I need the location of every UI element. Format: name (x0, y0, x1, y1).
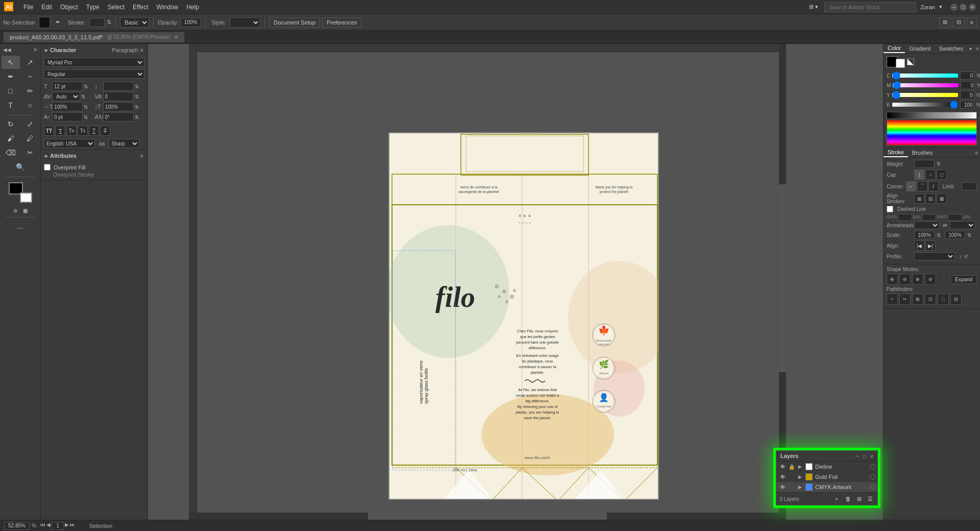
new-layer-button[interactable]: + (832, 495, 841, 503)
stroke-color-swatch[interactable] (20, 192, 32, 203)
menu-type[interactable]: Type (82, 0, 104, 14)
magenta-slider[interactable] (893, 83, 959, 87)
basic-style-dropdown[interactable]: Basic (120, 17, 149, 28)
paintbrush-tool[interactable]: 🖌 (2, 132, 20, 145)
menu-window[interactable]: Window (153, 0, 183, 14)
layers-make-button[interactable]: ☰ (866, 495, 874, 503)
square-cap-icon[interactable]: □ (937, 170, 947, 180)
kerning-stepper[interactable]: ⇅ (81, 94, 85, 100)
small-caps-button[interactable]: T̲ (55, 126, 65, 136)
style-dropdown[interactable] (230, 17, 260, 28)
document-setup-button[interactable]: Document Setup (269, 17, 320, 28)
window-minimize-button[interactable]: ─ (950, 4, 958, 11)
stroke-arrow-icon[interactable]: ⇅ (107, 19, 111, 26)
color-spectrum-strip[interactable] (887, 112, 977, 119)
layer-row-cmyk[interactable]: 👁 🔒 ▶ CMYK Artwork (776, 482, 877, 492)
color-spectrum-full[interactable] (887, 120, 977, 146)
exclude-button[interactable]: ⊘ (925, 274, 936, 285)
layer-visibility-dieline[interactable]: 👁 (778, 463, 787, 471)
round-corner-icon[interactable]: ⌒ (917, 181, 927, 191)
layer-lock-dieline[interactable]: 🔒 (788, 463, 796, 471)
layers-expand-icon[interactable]: □ (863, 453, 866, 459)
overprint-fill-checkbox[interactable] (44, 164, 51, 171)
direct-selection-tool[interactable]: ↗ (21, 56, 39, 69)
blob-brush-tool[interactable]: 🖊 (21, 132, 39, 145)
window-close-button[interactable]: ✕ (969, 4, 976, 11)
baseline-input[interactable] (52, 112, 83, 122)
baseline-stepper[interactable]: ⇅ (84, 114, 88, 120)
divide-button[interactable]: ÷ (887, 294, 898, 305)
gap-field-1[interactable] (922, 214, 936, 221)
menu-select[interactable]: Select (104, 0, 129, 14)
layer-row-gold-foil[interactable]: 👁 🔒 ▶ Gold Foil (776, 472, 877, 482)
weight-input[interactable] (914, 160, 935, 168)
profile-flip-icon[interactable]: ↕ (959, 254, 962, 259)
align-center-icon[interactable]: ⊞ (914, 194, 924, 204)
magenta-value[interactable]: 0 (961, 81, 975, 89)
font-family-select[interactable]: Myriad Pro (44, 58, 144, 67)
weight-stepper[interactable]: ⇅ (937, 161, 941, 166)
canvas-area[interactable]: filo vaporisateur en verre spray glass b… (148, 44, 883, 531)
arrowhead-end-select[interactable] (950, 221, 975, 229)
arrowhead-swap-icon[interactable]: ⇄ (943, 223, 947, 228)
align-inside-icon[interactable]: ⊟ (925, 194, 936, 204)
scale-tool[interactable]: ⤢ (21, 117, 39, 131)
underline-button[interactable]: T (89, 126, 99, 136)
menu-edit[interactable]: Edit (37, 0, 56, 14)
panels-button[interactable]: ⊟ (953, 17, 965, 28)
layer-arrow-dieline[interactable]: ▶ (797, 463, 803, 471)
minus-back-button[interactable]: ⊟ (950, 294, 962, 305)
rotate-tool[interactable]: ↻ (2, 117, 20, 131)
bg-color-swatch[interactable] (896, 59, 905, 68)
color-tab[interactable]: Color (884, 44, 905, 53)
first-page-icon[interactable]: ⏮ (40, 522, 45, 530)
horiz-scale-input[interactable] (52, 102, 83, 111)
last-page-icon[interactable]: ⏭ (70, 522, 75, 530)
profile-select[interactable] (914, 252, 955, 260)
layer-lock-gold-foil[interactable]: 🔒 (788, 473, 796, 481)
scale-stepper-2[interactable]: ⇅ (967, 232, 971, 238)
layers-options-button[interactable]: ⊞ (855, 495, 863, 503)
antialias-select[interactable]: Sharp (109, 139, 139, 148)
type-tool[interactable]: T (2, 99, 20, 112)
rectangle-tool[interactable]: □ (2, 84, 20, 98)
horizontal-scrollbar-thumb[interactable] (368, 513, 607, 520)
layer-row-dieline[interactable]: 👁 🔒 ▶ Dieline (776, 462, 877, 472)
font-style-select[interactable]: Regular (44, 69, 144, 79)
tracking-stepper[interactable]: ⇅ (135, 94, 139, 100)
layer-visibility-cmyk[interactable]: 👁 (778, 483, 787, 491)
merge-button[interactable]: ⊞ (912, 294, 923, 305)
tools-collapse-icon[interactable]: ◀◀ (3, 47, 11, 53)
menu-help[interactable]: Help (182, 0, 203, 14)
miter-corner-icon[interactable]: ⌐ (906, 181, 916, 191)
opacity-input[interactable] (181, 18, 201, 27)
ellipse-tool[interactable]: ○ (21, 99, 39, 112)
round-cap-icon[interactable]: ○ (925, 170, 936, 180)
vertical-scrollbar-thumb[interactable] (779, 184, 786, 372)
gradient-tab[interactable]: Gradient (905, 44, 935, 53)
swatches-tab[interactable]: Swatches (935, 44, 968, 53)
expand-button[interactable]: Expand (950, 275, 977, 284)
outline-button[interactable]: □ (938, 294, 949, 305)
scale-input-1[interactable] (914, 231, 935, 239)
cyan-value[interactable]: 0 (960, 71, 974, 80)
next-page-icon[interactable]: ▶ (65, 522, 69, 530)
tools-close-icon[interactable]: ✕ (33, 47, 37, 53)
toolbar-fill-color[interactable] (39, 17, 50, 28)
leading-stepper[interactable]: ⇅ (135, 84, 139, 89)
menu-effect[interactable]: Effect (129, 0, 152, 14)
intersect-button[interactable]: ⊗ (912, 274, 923, 285)
horizontal-scrollbar[interactable] (189, 513, 786, 520)
color-panel-menu[interactable]: ≡ (974, 46, 980, 52)
selection-tool[interactable]: ↖ (2, 56, 20, 69)
align-outside-icon[interactable]: ⊠ (937, 194, 947, 204)
search-adobe-stock-input[interactable] (824, 2, 916, 12)
language-select[interactable]: English: USA (44, 139, 95, 148)
kerning-select[interactable]: Auto (52, 92, 80, 101)
scale-stepper-1[interactable]: ⇅ (937, 232, 941, 238)
rotation-stepper[interactable]: ⇅ (135, 114, 139, 120)
black-value[interactable]: 100 (960, 101, 974, 109)
cyan-slider[interactable] (892, 74, 958, 78)
vert-scale-stepper[interactable]: ⇅ (135, 104, 139, 110)
zoom-tool[interactable]: 🔍 (11, 160, 30, 174)
